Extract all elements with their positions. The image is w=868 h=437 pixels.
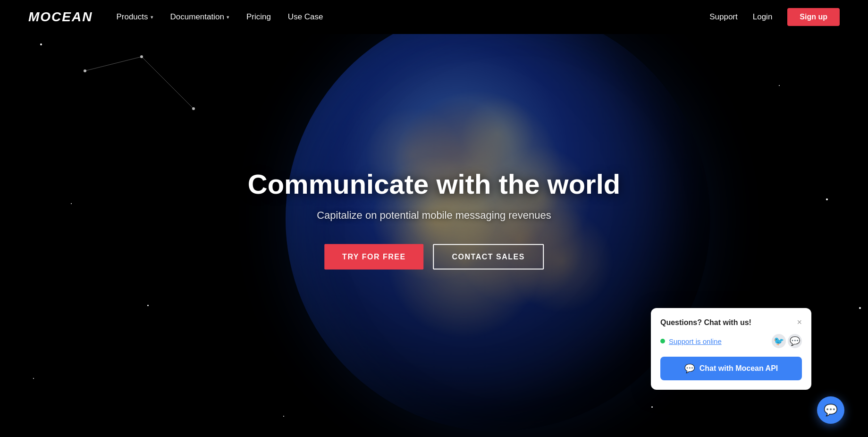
start-chat-label: Chat with Mocean API (699, 364, 778, 373)
logo[interactable]: MOCEAN (28, 9, 93, 25)
nav-pricing[interactable]: Pricing (246, 12, 271, 22)
star (859, 307, 861, 309)
chat-widget-header: Questions? Chat with us! × (660, 317, 802, 327)
contact-sales-button[interactable]: CONTACT SALES (433, 244, 544, 269)
star (283, 416, 284, 417)
try-for-free-button[interactable]: TRY FOR FREE (324, 244, 423, 269)
status-online-dot (660, 339, 665, 343)
chat-close-button[interactable]: × (797, 317, 802, 327)
nav-links: Products ▾ Documentation ▾ Pricing Use C… (116, 12, 709, 22)
star (826, 198, 828, 200)
hero-buttons: TRY FOR FREE CONTACT SALES (248, 244, 621, 269)
svg-point-3 (140, 55, 143, 58)
start-chat-button[interactable]: 💬 Chat with Mocean API (660, 357, 802, 380)
star (147, 305, 149, 306)
star (71, 203, 72, 204)
star (40, 43, 42, 45)
agent-avatar-1: 🐦 (772, 334, 786, 348)
navbar: MOCEAN Products ▾ Documentation ▾ Pricin… (0, 0, 868, 34)
nav-documentation[interactable]: Documentation ▾ (170, 12, 229, 22)
support-online-link[interactable]: Support is online (669, 337, 722, 345)
floating-chat-button[interactable]: 💬 (817, 396, 844, 424)
star (33, 378, 34, 379)
hero-title: Communicate with the world (248, 168, 621, 199)
chat-bubble-icon: 💬 (684, 363, 695, 374)
nav-support[interactable]: Support (709, 12, 738, 22)
nav-login[interactable]: Login (753, 12, 773, 22)
svg-point-2 (84, 69, 86, 72)
star (651, 406, 653, 408)
agent-avatars: 🐦 💬 (772, 334, 802, 348)
documentation-chevron-icon: ▾ (227, 14, 229, 20)
agent-avatar-2: 💬 (788, 334, 802, 348)
svg-point-4 (192, 107, 195, 110)
hero-content: Communicate with the world Capitalize on… (248, 168, 621, 269)
nav-right: Support Login Sign up (709, 8, 840, 26)
products-chevron-icon: ▾ (151, 14, 153, 20)
chat-widget: Questions? Chat with us! × Support is on… (651, 308, 811, 390)
signup-button[interactable]: Sign up (787, 8, 840, 26)
hero-subtitle: Capitalize on potential mobile messaging… (248, 209, 621, 221)
nav-products[interactable]: Products ▾ (116, 12, 153, 22)
svg-line-1 (142, 57, 194, 109)
constellation (47, 28, 198, 132)
svg-line-0 (85, 57, 142, 71)
nav-usecase[interactable]: Use Case (288, 12, 323, 22)
chat-status-row: Support is online 🐦 💬 (660, 334, 802, 348)
star (779, 85, 780, 86)
floating-chat-icon: 💬 (824, 403, 838, 417)
chat-widget-title: Questions? Chat with us! (660, 318, 751, 327)
